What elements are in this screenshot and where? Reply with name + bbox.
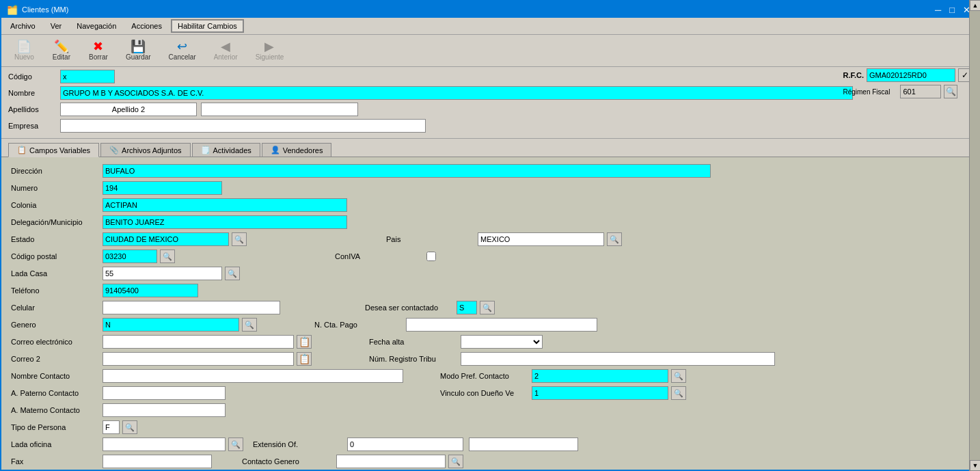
contacto-genero-label: Contacto Genero xyxy=(242,457,331,466)
scroll-down-button[interactable]: ▼ xyxy=(970,460,979,470)
estado-label: Estado xyxy=(11,235,100,243)
direccion-input[interactable] xyxy=(103,164,711,178)
extension-label: Extensión Of. xyxy=(253,440,342,448)
pais-label: Pais xyxy=(386,235,475,243)
apellido1-input[interactable] xyxy=(60,103,197,116)
desea-contactado-input[interactable] xyxy=(457,301,477,314)
correo-copy-button[interactable]: 📋 xyxy=(297,335,312,349)
colonia-label: Colonia xyxy=(11,201,100,209)
ncta-input[interactable] xyxy=(406,318,597,332)
contacto-genero-lookup-button[interactable]: 🔍 xyxy=(448,455,463,468)
menu-navegacion[interactable]: Navegación xyxy=(70,20,122,32)
telefono-row: Teléfono xyxy=(11,284,969,297)
correo2-copy-button[interactable]: 📋 xyxy=(297,352,312,366)
amaterno-input[interactable] xyxy=(103,403,226,417)
pais-input[interactable] xyxy=(478,232,604,246)
apaterno-input[interactable] xyxy=(103,386,226,400)
numero-row: Numero xyxy=(11,181,969,195)
editar-button[interactable]: ✏️ Editar xyxy=(44,38,79,64)
apaterno-row: A. Paterno Contacto Vinculo con Dueño Ve… xyxy=(11,386,969,400)
rfc-label: R.F.C. xyxy=(843,71,864,79)
menu-archivo[interactable]: Archivo xyxy=(4,20,42,32)
correo-label: Correo electrónico xyxy=(11,338,100,346)
menu-habilitar-cambios[interactable]: Habilitar Cambios xyxy=(171,19,244,33)
estado-input[interactable] xyxy=(103,232,229,246)
correo-row: Correo electrónico 📋 Fecha alta xyxy=(11,335,969,349)
menu-acciones[interactable]: Acciones xyxy=(125,20,168,32)
menu-ver[interactable]: Ver xyxy=(44,20,68,32)
cp-lookup-button[interactable]: 🔍 xyxy=(160,250,175,263)
maximize-button[interactable]: □ xyxy=(947,5,957,14)
lada-oficina-lookup-button[interactable]: 🔍 xyxy=(228,438,243,451)
tipo-persona-row: Tipo de Persona 🔍 xyxy=(11,420,969,434)
scrollbar[interactable]: ▲ ▼ xyxy=(969,157,979,470)
empresa-label: Empresa xyxy=(8,122,56,130)
regimen-lookup-button[interactable]: 🔍 xyxy=(944,85,957,98)
rfc-input[interactable] xyxy=(867,68,955,82)
delegacion-label: Delegación/Municipio xyxy=(11,218,100,226)
codigo-label: Código xyxy=(8,72,56,81)
codigo-input[interactable] xyxy=(60,70,115,83)
borrar-button[interactable]: ✖ Borrar xyxy=(81,38,115,64)
regimen-label: Régimen Fiscal xyxy=(843,88,897,96)
archivos-icon: 📎 xyxy=(109,146,119,154)
nombre-input[interactable] xyxy=(60,86,853,100)
tipo-persona-input[interactable] xyxy=(103,420,120,434)
num-registro-input[interactable] xyxy=(461,352,775,366)
tab-archivos-adjuntos[interactable]: 📎 Archivos Adjuntos xyxy=(100,143,190,157)
tabs-bar: 📋 Campos Variables 📎 Archivos Adjuntos 🗒… xyxy=(1,139,979,157)
estado-lookup-button[interactable]: 🔍 xyxy=(232,232,247,246)
tipo-persona-lookup-button[interactable]: 🔍 xyxy=(122,420,137,434)
modo-pref-lookup-button[interactable]: 🔍 xyxy=(671,369,686,383)
lada-oficina-input[interactable] xyxy=(103,438,226,451)
nuevo-button[interactable]: 📄 Nuevo xyxy=(7,38,42,64)
tab-vendedores[interactable]: 👤 Vendedores xyxy=(262,143,332,157)
coniva-checkbox[interactable] xyxy=(426,252,436,261)
fax-input[interactable] xyxy=(103,455,212,468)
empresa-input[interactable] xyxy=(60,119,426,133)
modo-pref-label: Modo Pref. Contacto xyxy=(440,372,529,380)
contacto-genero-input[interactable] xyxy=(336,455,446,468)
desea-contactado-lookup-button[interactable]: 🔍 xyxy=(480,301,495,314)
extension-input[interactable] xyxy=(347,438,463,451)
scroll-thumb[interactable] xyxy=(970,157,979,460)
tab-campos-variables[interactable]: 📋 Campos Variables xyxy=(8,143,99,157)
amaterno-label: A. Materno Contacto xyxy=(11,406,100,414)
estado-pais-row: Estado 🔍 Pais 🔍 xyxy=(11,232,969,246)
apellido2-input[interactable] xyxy=(201,103,358,116)
telefono-input[interactable] xyxy=(103,284,198,297)
pais-lookup-button[interactable]: 🔍 xyxy=(607,232,622,246)
lada-casa-input[interactable] xyxy=(103,267,222,280)
anterior-button[interactable]: ◀ Anterior xyxy=(206,38,245,64)
fax-label: Fax xyxy=(11,457,100,466)
celular-input[interactable] xyxy=(103,301,280,314)
window-title: Clientes (MM) xyxy=(22,5,68,14)
genero-input[interactable] xyxy=(103,318,239,332)
numero-input[interactable] xyxy=(103,181,222,195)
apellidos-label: Apellidos xyxy=(8,105,56,113)
genero-lookup-button[interactable]: 🔍 xyxy=(242,318,257,332)
tipo-persona-label: Tipo de Persona xyxy=(11,423,100,431)
nombre-row: Nombre xyxy=(8,86,972,100)
tab-actividades[interactable]: 🗒️ Actividades xyxy=(192,143,260,157)
lada-casa-lookup-button[interactable]: 🔍 xyxy=(225,267,240,280)
cp-input[interactable] xyxy=(103,250,157,263)
correo2-input[interactable] xyxy=(103,352,294,366)
siguiente-button[interactable]: ▶ Siguiente xyxy=(248,38,292,64)
regimen-input[interactable] xyxy=(900,85,941,98)
delegacion-input[interactable] xyxy=(103,215,347,229)
vinculo-label: Vinculo con Dueño Ve xyxy=(440,389,529,397)
direccion-label: Dirección xyxy=(11,167,100,175)
correo-input[interactable] xyxy=(103,335,294,349)
extension-extra-input[interactable] xyxy=(469,438,578,451)
fecha-alta-select[interactable] xyxy=(461,335,543,349)
vinculo-lookup-button[interactable]: 🔍 xyxy=(671,386,686,400)
apaterno-label: A. Paterno Contacto xyxy=(11,389,100,397)
guardar-button[interactable]: 💾 Guardar xyxy=(118,38,159,64)
minimize-button[interactable]: ─ xyxy=(932,5,944,14)
modo-pref-input[interactable] xyxy=(532,369,668,383)
colonia-input[interactable] xyxy=(103,198,347,212)
nombre-contacto-input[interactable] xyxy=(103,369,403,383)
cancelar-button[interactable]: ↩ Cancelar xyxy=(161,38,204,64)
vinculo-input[interactable] xyxy=(532,386,668,400)
